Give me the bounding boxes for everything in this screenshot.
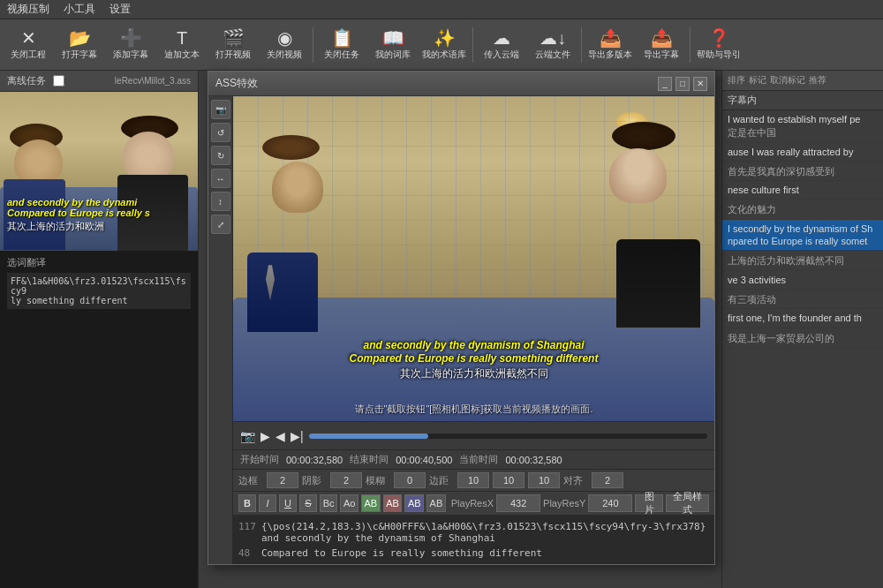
unmark-button[interactable]: 取消标记 [770,74,805,87]
playresx-input[interactable] [496,494,540,512]
subtitle-item-4[interactable]: nese culture first [722,181,883,200]
minimize-button[interactable]: _ [658,77,672,91]
dialog-title: ASS特效 [215,76,258,91]
close-button[interactable]: ✕ [693,77,707,91]
export-subtitles-button[interactable]: 📤 导出字幕 [637,22,686,68]
help-guide-button[interactable]: ❓ 帮助与导引 [694,22,743,68]
toolbar-separator-2 [472,27,473,63]
current-time-label: 当前时间 [459,453,498,466]
my-vocabulary-button[interactable]: 📖 我的词库 [368,22,418,68]
border-input[interactable] [267,472,298,488]
margin-vert-input[interactable] [528,472,560,488]
subtitle-item-8[interactable]: ve 3 activities [722,271,883,290]
cloud-files-button[interactable]: ☁↓ 云端文件 [528,22,577,68]
fullscreen-style-button[interactable]: 全局样式 [666,494,709,512]
left-subtitle-cn: 其次上海的活力和欧洲 [7,220,191,233]
subtitle-item-5[interactable]: 文化的魅力 [722,200,883,219]
dialog-body: 📷 ↺ ↻ ↔ ↕ ⤢ [208,96,714,564]
margin-left-input[interactable] [457,472,489,488]
next-frame-button[interactable]: ▶| [291,429,304,443]
magic-subtitles-button[interactable]: ✨ 我的术语库 [419,22,469,68]
add-text-button[interactable]: T 迪加文本 [157,22,207,68]
playresy-input[interactable] [588,494,632,512]
subtitle-item-3[interactable]: 首先是我真的深切感受到 [722,162,883,181]
video-subtitle-line2: Compared to Europe is really something d… [242,352,706,365]
underline-button[interactable]: U [279,494,297,512]
open-video-button[interactable]: 🎬 打开视频 [208,22,258,68]
align-input[interactable] [592,472,623,488]
help-guide-icon: ❓ [708,29,730,47]
subtitle-item-7[interactable]: 上海的活力和欧洲截然不同 [722,251,883,270]
right-header-actions: 排序 标记 取消标记 推荐 [728,74,826,87]
subtitle-item-2[interactable]: ause I was really attracted by [722,143,883,162]
image-button[interactable]: 图片 [635,494,663,512]
italic-button[interactable]: I [259,494,276,512]
menu-tools[interactable]: 小工具 [64,2,95,17]
left-translate-section: 选词翻译 FF&\1a&H00&\frz3.01523\fscx115\fscy… [0,251,198,314]
toggle-subtitle-button[interactable]: ◉ 关闭视频 [260,22,309,68]
main-area: 离线任务 leRecv\Millot_3.ass [0,71,883,588]
recommend-button[interactable]: 推荐 [809,74,826,87]
right-section-label: 字幕内 [722,91,883,110]
format-ab2-button[interactable]: AB [383,494,403,512]
flip-h-btn[interactable]: ↔ [211,169,230,188]
add-subtitles-icon: ➕ [120,29,142,47]
play-button[interactable]: ▶ [260,429,270,443]
export-multiple-icon: 📤 [600,29,622,47]
format-ab3-button[interactable]: AB [404,494,424,512]
shadow-input[interactable] [330,472,362,488]
subtitle-item-11[interactable]: 我是上海一家贸易公司的 [722,328,883,348]
bold-button[interactable]: B [238,494,256,512]
rotate-ccw-btn[interactable]: ↺ [211,123,230,142]
export-subtitles-icon: 📤 [651,29,673,47]
style-controls-row: 边框 阴影 模糊 边距 对齐 [233,469,714,491]
offline-checkbox[interactable] [53,75,64,87]
sort-button[interactable]: 排序 [728,74,745,87]
camera-icon-btn[interactable]: 📷 [211,100,230,119]
current-time-value: 00:00:32,580 [505,455,562,465]
subtitle-item-9[interactable]: 有三项活动 [722,290,883,309]
format-ab4-button[interactable]: AB [426,494,446,512]
video-preview: and secondly by the dynamism of Shanghai… [233,96,714,421]
mark-button[interactable]: 标记 [749,74,766,87]
restore-button[interactable]: □ [675,77,690,91]
subtitle-line-2: 48 Compared to Europe is really somethin… [238,546,709,561]
move-btn[interactable]: ⤢ [211,215,230,234]
offline-tasks-button[interactable]: 📋 关闭任务 [317,22,366,68]
rotate-cw-btn[interactable]: ↻ [211,146,230,165]
border-color-button[interactable]: Bc [320,494,337,512]
close-project-button[interactable]: ✕ 关闭工程 [4,22,53,68]
alpha-button[interactable]: Ao [340,494,358,512]
playresy-label: PlayResY [543,498,585,509]
prev-frame-button[interactable]: ◀ [275,429,285,443]
camera-snap-icon[interactable]: 📷 [240,429,255,443]
blur-input[interactable] [394,472,426,488]
format-ab1-button[interactable]: AB [361,494,381,512]
add-subtitles-button[interactable]: ➕ 添加字幕 [106,22,155,68]
flip-v-btn[interactable]: ↕ [211,192,230,211]
playresx-label: PlayResX [451,498,494,509]
strikethrough-button[interactable]: S [299,494,317,512]
subtitle-item-1[interactable]: I wanted to establish myself pe 定是在中国 [722,110,883,143]
ass-dialog: ASS特效 _ □ ✕ 📷 ↺ ↻ ↔ ↕ ⤢ [208,71,715,565]
menu-video-compress[interactable]: 视频压制 [7,2,49,17]
sub-num-2: 48 [238,547,256,559]
margin-label: 边距 [429,474,454,487]
export-multiple-button[interactable]: 📤 导出多版本 [585,22,635,68]
subtitle-item-10[interactable]: first one, I'm the founder and th [722,309,883,328]
cloud-files-icon: ☁↓ [540,29,566,47]
open-subtitles-button[interactable]: 📂 打开字幕 [55,22,104,68]
close-project-icon: ✕ [21,29,36,47]
progress-bar[interactable] [309,433,707,439]
menu-settings[interactable]: 设置 [109,2,131,17]
subtitle-item-6[interactable]: I secondly by the dynamism of Sh npared … [722,220,883,252]
sub-item-cn-9: 有三项活动 [728,293,878,305]
add-text-icon: T [177,29,187,47]
sub-num-1: 117 [238,521,256,544]
translate-label: 选词翻译 [7,256,191,269]
margin-right-input[interactable] [493,472,525,488]
file-path: leRecv\Millot_3.ass [115,76,191,86]
left-panel: 离线任务 leRecv\Millot_3.ass [0,71,199,588]
sub-item-en-10: first one, I'm the founder and th [728,312,878,324]
upload-cloud-button[interactable]: ☁ 传入云端 [477,22,526,68]
